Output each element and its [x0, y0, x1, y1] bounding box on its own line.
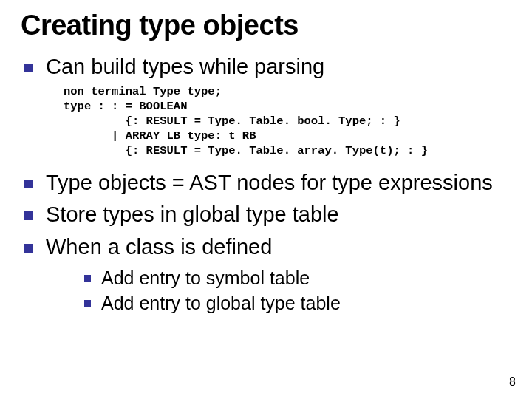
list-item: When a class is defined — [24, 233, 511, 262]
bullet-text: Store types in global type table — [46, 201, 339, 229]
square-bullet-icon — [84, 300, 91, 307]
bullet-list-level-1: Type objects = AST nodes for type expres… — [21, 169, 511, 262]
square-bullet-icon — [24, 244, 33, 253]
list-item: Can build types while parsing — [24, 53, 511, 81]
square-bullet-icon — [84, 275, 91, 282]
bullet-list-level-1: Can build types while parsing — [21, 53, 511, 81]
slide: Creating type objects Can build types wh… — [0, 0, 532, 399]
code-block: non terminal Type type; type : : = BOOLE… — [64, 85, 511, 158]
list-item: Add entry to symbol table — [84, 266, 511, 290]
list-item: Type objects = AST nodes for type expres… — [24, 169, 511, 197]
square-bullet-icon — [24, 64, 33, 72]
bullet-list-level-2: Add entry to symbol table Add entry to g… — [84, 266, 511, 316]
page-number: 8 — [509, 375, 516, 389]
bullet-text: Add entry to symbol table — [101, 266, 310, 290]
bullet-text: When a class is defined — [46, 233, 272, 262]
square-bullet-icon — [24, 180, 33, 188]
list-item: Add entry to global type table — [84, 291, 511, 316]
bullet-text: Add entry to global type table — [101, 291, 341, 316]
slide-title: Creating type objects — [21, 10, 511, 41]
square-bullet-icon — [24, 211, 33, 220]
list-item: Store types in global type table — [24, 201, 511, 229]
bullet-text: Can build types while parsing — [46, 53, 324, 81]
bullet-text: Type objects = AST nodes for type expres… — [46, 169, 493, 197]
